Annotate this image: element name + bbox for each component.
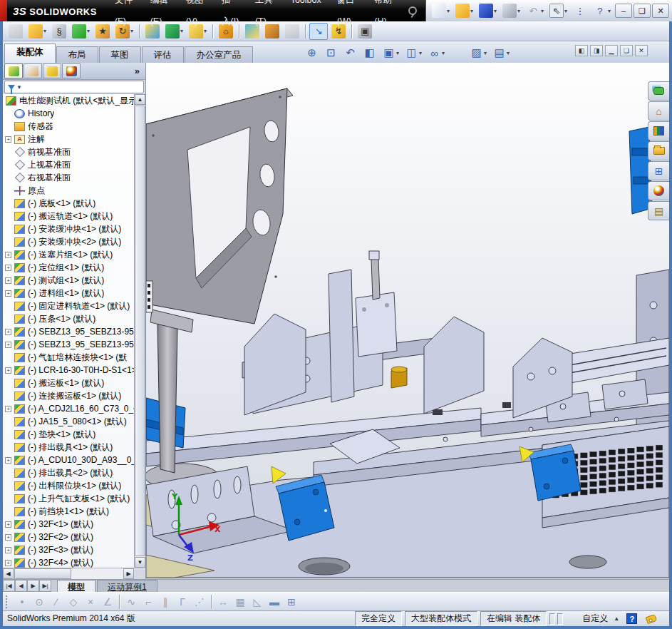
expand-toggle-icon[interactable]: + [5, 290, 11, 297]
sketch-grid-icon[interactable]: ▦ [232, 596, 249, 608]
close-doc-icon[interactable]: ✕ [635, 45, 648, 56]
minimize-button[interactable]: – [615, 4, 632, 18]
tree-item[interactable]: (-) 连接搬运板<1> (默认) [3, 389, 134, 402]
dropdown-arrow-icon[interactable]: ▾ [484, 50, 487, 56]
print-icon[interactable]: ▾ [500, 2, 522, 19]
linear-component-pattern-icon[interactable]: ▾ [70, 23, 92, 40]
dropdown-arrow-icon[interactable]: ▾ [447, 8, 450, 14]
sketch-trim-icon[interactable]: × [82, 596, 99, 608]
tree-item[interactable]: +(-) A_CDJ2L16_60_C73_0_<: [3, 402, 134, 415]
monitor-stand-pole[interactable] [157, 324, 177, 473]
sketch-polygon-icon[interactable]: ◇ [65, 596, 82, 608]
dropdown-arrow-icon[interactable]: ▾ [517, 8, 520, 14]
sketch-point-icon[interactable]: • [14, 596, 31, 608]
new-document-icon[interactable]: ▾ [430, 2, 452, 19]
menu-item[interactable]: 工具(T) [247, 0, 283, 32]
expand-toggle-icon[interactable]: + [5, 521, 11, 528]
tab-评估[interactable]: 评估 [142, 46, 184, 63]
appearances-icon[interactable] [648, 181, 669, 200]
tree-item[interactable]: +(-) 32F<1> (默认) [3, 518, 134, 531]
menu-item[interactable]: 视图(V) [178, 0, 214, 32]
restore-button[interactable]: ❏ [634, 4, 651, 18]
custom-properties-icon[interactable]: ▤ [648, 201, 669, 220]
toolbar-grip[interactable] [6, 595, 8, 608]
tree-item[interactable]: 右视基准面 [3, 171, 134, 184]
dropdown-arrow-icon[interactable]: ▾ [541, 8, 544, 14]
dropdown-arrow-icon[interactable]: ▾ [564, 8, 567, 14]
tab-布局[interactable]: 布局 [56, 46, 98, 63]
expand-toggle-icon[interactable]: + [5, 547, 11, 553]
tree-item[interactable]: (-) 上升气缸支板<1> (默认) [3, 492, 134, 505]
cylinder-rod[interactable] [371, 258, 380, 300]
tree-item[interactable]: (-) 排出载具<2> (默认) [3, 466, 134, 479]
expand-toggle-icon[interactable]: + [5, 136, 11, 143]
expand-toggle-icon[interactable]: + [5, 534, 11, 541]
restore-doc-icon[interactable]: ❏ [620, 45, 633, 56]
zoom-to-fit-icon[interactable]: ⊕ [303, 44, 321, 62]
expand-toggle-icon[interactable]: + [5, 277, 11, 284]
sketch-circle-icon[interactable]: ⊙ [31, 596, 48, 608]
sketch-points-icon[interactable]: ⋰ [191, 596, 208, 608]
tree-item[interactable]: +(-) 送塞片组<1> (默认) [3, 248, 134, 261]
tree-item[interactable]: +(-) 32F<3> (默认) [3, 543, 134, 556]
dropdown-arrow-icon[interactable]: ▾ [507, 50, 510, 56]
open-part-icon[interactable]: ▾ [26, 23, 48, 40]
tree-item[interactable]: History [3, 107, 134, 120]
expand-toggle-icon[interactable]: + [5, 406, 11, 412]
status-help-icon[interactable]: ? [626, 613, 637, 624]
dropdown-arrow-icon[interactable]: ▾ [419, 50, 422, 56]
tree-item[interactable]: +(-) 测试组<1> (默认) [3, 274, 134, 287]
doc-tab-运动算例1[interactable]: 运动算例1 [97, 580, 157, 592]
tree-item[interactable]: 原点 [3, 184, 134, 197]
tab-办公室产品[interactable]: 办公室产品 [185, 46, 254, 63]
view-palette-icon[interactable]: ⊞ [648, 161, 669, 180]
cascade-right-icon[interactable]: ◨ [590, 45, 603, 56]
tree-item[interactable]: (-) JA15_5_080<1> (默认) [3, 415, 134, 428]
sketch-spline-icon[interactable]: ∿ [123, 596, 140, 608]
dropdown-arrow-icon[interactable]: ▾ [442, 50, 445, 56]
edit-appearance-icon[interactable] [448, 44, 466, 62]
undo-icon[interactable]: ↶▾ [524, 2, 546, 19]
tree-item[interactable]: (-) 搬运板<1> (默认) [3, 377, 134, 389]
tree-item[interactable]: +(-) SEBZ13_95_SEBZ13-95<2 [3, 338, 134, 351]
displaymanager-tab-icon[interactable] [62, 63, 81, 78]
tree-vertical-scrollbar[interactable]: ▲ ▼ [134, 94, 145, 568]
viewport-3d-model[interactable]: Y X Z [146, 63, 669, 579]
tree-item[interactable]: (-) 垫块<1> (默认) [3, 428, 134, 441]
status-customize[interactable]: 自定义 [582, 613, 608, 625]
sketch-table-icon[interactable]: ⊞ [283, 596, 300, 608]
tree-item[interactable]: +A注解 [3, 133, 134, 145]
tab-草图[interactable]: 草图 [99, 46, 141, 63]
doc-tab-模型[interactable]: 模型 [57, 580, 95, 592]
resources-icon[interactable]: ⌂ [648, 101, 669, 121]
tree-item[interactable]: (-) 压条<1> (默认) [3, 312, 134, 325]
select-cursor-icon[interactable]: ⇖▾ [547, 2, 569, 19]
menu-item[interactable]: Toolbox [283, 0, 329, 32]
pin-menu-icon[interactable] [408, 6, 417, 15]
save-icon[interactable]: ▾ [477, 2, 499, 19]
mate-icon[interactable]: § [50, 23, 68, 40]
scroll-thumb-horizontal[interactable] [14, 568, 71, 579]
tree-item[interactable]: (-) 气缸培林连接块<1> (默 [3, 351, 134, 364]
view-orientation-icon[interactable]: ▣▾ [380, 44, 401, 62]
apply-scene-icon[interactable]: ▨▾ [467, 44, 489, 62]
scroll-left-button[interactable]: ◀ [3, 568, 14, 579]
dropdown-arrow-icon[interactable]: ▾ [43, 28, 46, 34]
expand-toggle-icon[interactable]: + [5, 329, 11, 335]
tag-icon[interactable] [646, 613, 658, 623]
sketch-chamfer-icon[interactable]: ∠ [99, 596, 116, 608]
tree-item[interactable]: +(-) 定位组<1> (默认) [3, 261, 134, 274]
tree-item[interactable]: (-) 出料限位块<1> (默认) [3, 479, 134, 492]
help-icon[interactable]: ?▾ [591, 2, 613, 19]
previous-view-icon[interactable]: ↶ [341, 44, 359, 62]
display-style-icon[interactable]: ◫▾ [403, 44, 424, 62]
sketch-angle-icon[interactable]: ◺ [249, 596, 266, 608]
expand-toggle-icon[interactable]: + [5, 367, 11, 374]
tree-horizontal-scrollbar[interactable]: ◀ ▶ [3, 568, 134, 579]
sketch-rectangle-icon[interactable]: ▬ [266, 596, 283, 608]
configurationmanager-tab-icon[interactable] [43, 63, 61, 78]
sketch-perpendicular-icon[interactable]: ⌐ [140, 596, 157, 608]
zoom-to-area-icon[interactable]: ⊡ [322, 44, 340, 62]
last-tab-button[interactable]: ▶| [39, 580, 51, 592]
minimize-doc-icon[interactable]: ▁ [605, 45, 618, 56]
